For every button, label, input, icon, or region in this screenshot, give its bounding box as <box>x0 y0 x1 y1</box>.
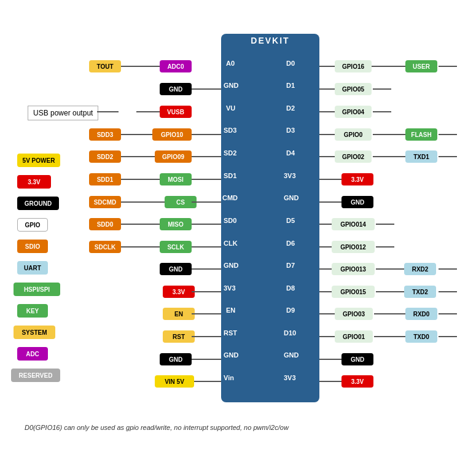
line-sdcmd <box>121 201 165 203</box>
chip-pin-d10: D10 <box>284 329 296 337</box>
badge-adc0: ADC0 <box>160 60 192 72</box>
badge-gnd-r2: GND <box>341 353 373 365</box>
chip-title: DEVKIT <box>221 36 319 45</box>
line-gpio04-r <box>373 111 391 112</box>
badge-gpio05: GPIO05 <box>335 83 372 95</box>
line-usb-vusb <box>136 111 160 112</box>
line-usb-label <box>97 111 119 112</box>
line-gpio00-r <box>373 134 405 135</box>
line-gpio03-r <box>374 313 405 314</box>
badge-mosi: MOSI <box>160 173 192 185</box>
badge-v33-side: 3.3V <box>17 175 51 189</box>
line-gpio04-l <box>319 111 335 112</box>
badge-sdd1: SDD1 <box>89 173 121 185</box>
line-gpio16-r <box>372 66 405 67</box>
chip-pin-cmd: CMD <box>222 194 238 201</box>
line-gpio012-l <box>319 246 332 248</box>
badge-key-side: KEY <box>17 304 48 318</box>
line-cs <box>192 201 221 203</box>
badge-user: USER <box>405 60 437 72</box>
chip-pin-3v3l: 3V3 <box>224 284 236 292</box>
badge-sdd2: SDD2 <box>89 150 121 163</box>
badge-sdd3: SDD3 <box>89 128 121 141</box>
chip-pin-vin: Vin <box>224 374 234 381</box>
chip-pin-d7: D7 <box>286 262 295 269</box>
badge-txd1: TXD1 <box>405 150 437 163</box>
line-gpio015-l <box>319 291 332 292</box>
chip-pin-d4: D4 <box>286 149 295 157</box>
badge-gpio00: GPIO0 <box>335 128 372 141</box>
badge-gpio012: GPIO012 <box>332 241 375 253</box>
line-gpio05-r <box>373 88 391 90</box>
badge-tout: TOUT <box>89 60 121 72</box>
badge-gnd1: GND <box>160 83 192 95</box>
usb-label: USB power output <box>28 106 98 120</box>
badge-adc-side: ADC <box>17 347 48 361</box>
line-gpio012-r <box>376 246 394 248</box>
diagram: DEVKIT A0 GND VU SD3 SD2 SD1 CMD SD0 CLK… <box>0 0 476 476</box>
badge-v33-1: 3.3V <box>163 286 195 298</box>
line-tout-adc0 <box>121 66 160 67</box>
badge-sdcmd: SDCMD <box>89 196 121 208</box>
footnote: D0(GPIO16) can only be used as gpio read… <box>25 424 289 431</box>
chip-pin-gndr2: GND <box>284 351 298 359</box>
badge-uart-side: UART <box>17 261 48 275</box>
badge-flash: FLASH <box>405 128 437 141</box>
badge-rst: RST <box>163 330 195 343</box>
line-mosi <box>192 179 221 180</box>
line-v33-3-l <box>319 381 341 382</box>
chip-pin-d0: D0 <box>286 60 295 67</box>
line-rst <box>192 336 221 337</box>
chip-pin-sd1: SD1 <box>224 172 236 179</box>
badge-vin5v: VIN 5V <box>155 375 194 388</box>
line-miso <box>192 224 221 225</box>
badge-sdio-side: SDIO <box>17 240 48 253</box>
badge-gpio09: GPIO09 <box>155 150 192 163</box>
line-gpio013-l <box>319 268 332 270</box>
line-user-r <box>439 66 457 67</box>
badge-reserved-side: RESERVED <box>11 369 60 382</box>
line-flash-r <box>439 134 457 135</box>
badge-gnd3: GND <box>160 353 192 365</box>
badge-system-side: SYSTEM <box>14 326 55 339</box>
badge-gnd2: GND <box>160 263 192 275</box>
badge-miso: MISO <box>160 218 192 230</box>
badge-gpio-side: GPIO <box>17 218 48 232</box>
chip-pin-sd3: SD3 <box>224 127 236 134</box>
line-gpio015-r <box>376 291 404 292</box>
badge-ground-side: GROUND <box>17 197 59 210</box>
chip-pin-gnd2: GND <box>224 262 238 269</box>
badge-gpio02: GPIO02 <box>335 150 372 163</box>
line-gpio014-l <box>319 224 332 225</box>
line-sclk <box>192 246 221 248</box>
badge-txd2: TXD2 <box>404 286 436 298</box>
line-gpio03-l <box>319 313 335 314</box>
line-sdd3 <box>121 134 152 135</box>
badge-pwr5v: 5V POWER <box>17 154 60 167</box>
line-gpio02-l <box>319 156 335 157</box>
line-gnd-r2-l <box>319 359 341 360</box>
badge-gpio015: GPIO015 <box>332 286 375 298</box>
line-gnd2 <box>192 268 221 270</box>
chip-pin-3v3r2: 3V3 <box>284 374 296 381</box>
chip-pin-gndr: GND <box>284 194 298 201</box>
badge-gpio03: GPIO03 <box>335 308 373 320</box>
badge-gpio014: GPIO014 <box>332 218 375 230</box>
chip-pin-gnd3: GND <box>224 351 238 359</box>
line-gnd-r1-l <box>319 201 341 203</box>
badge-gpio10: GPIO10 <box>152 128 192 141</box>
badge-sdd0: SDD0 <box>89 218 121 230</box>
line-gpio10 <box>192 134 221 135</box>
chip-pin-d6: D6 <box>286 240 295 247</box>
chip-pin-rst: RST <box>224 329 237 337</box>
chip-pin-d2: D2 <box>286 104 295 112</box>
line-en <box>192 313 221 314</box>
chip-pin-d3: D3 <box>286 127 295 134</box>
line-txd2-r <box>439 291 457 292</box>
badge-rxd2: RXD2 <box>404 263 436 275</box>
line-gnd1 <box>192 88 221 90</box>
chip-pin-a0: A0 <box>226 60 235 67</box>
chip-pin-vu: VU <box>226 104 235 112</box>
line-txd0-r <box>439 336 457 337</box>
line-gpio00-l <box>319 134 335 135</box>
